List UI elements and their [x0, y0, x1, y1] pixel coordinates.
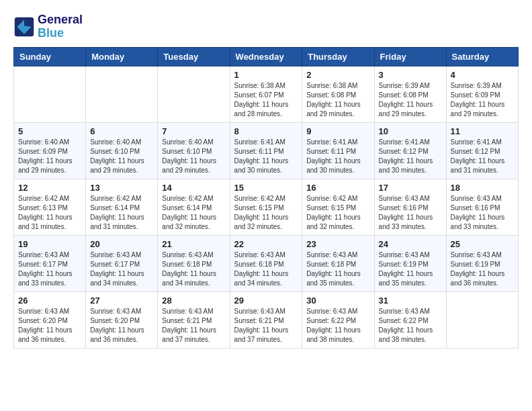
day-number: 25: [451, 239, 514, 249]
day-number: 20: [90, 239, 153, 249]
weekday-header-saturday: Saturday: [446, 47, 518, 66]
calendar-cell: 31Sunrise: 6:43 AMSunset: 6:22 PMDayligh…: [374, 291, 446, 348]
day-info: Sunrise: 6:43 AMSunset: 6:22 PMDaylight:…: [306, 307, 369, 345]
day-info: Sunrise: 6:43 AMSunset: 6:16 PMDaylight:…: [451, 194, 514, 232]
calendar-cell: 3Sunrise: 6:39 AMSunset: 6:08 PMDaylight…: [374, 66, 446, 122]
day-info: Sunrise: 6:39 AMSunset: 6:08 PMDaylight:…: [379, 81, 442, 119]
day-info: Sunrise: 6:43 AMSunset: 6:18 PMDaylight:…: [234, 250, 298, 288]
calendar-body: 1Sunrise: 6:38 AMSunset: 6:07 PMDaylight…: [14, 66, 519, 348]
day-info: Sunrise: 6:41 AMSunset: 6:12 PMDaylight:…: [379, 138, 442, 175]
calendar-cell: [14, 66, 86, 122]
logo-icon: [13, 16, 35, 38]
day-number: 11: [451, 126, 514, 136]
calendar-cell: 20Sunrise: 6:43 AMSunset: 6:17 PMDayligh…: [86, 235, 158, 291]
day-info: Sunrise: 6:43 AMSunset: 6:22 PMDaylight:…: [379, 307, 442, 345]
day-info: Sunrise: 6:43 AMSunset: 6:17 PMDaylight:…: [90, 250, 153, 288]
calendar-week-2: 5Sunrise: 6:40 AMSunset: 6:09 PMDaylight…: [14, 122, 519, 179]
calendar-cell: 29Sunrise: 6:43 AMSunset: 6:21 PMDayligh…: [230, 291, 302, 348]
calendar-cell: 13Sunrise: 6:42 AMSunset: 6:14 PMDayligh…: [86, 179, 158, 235]
day-info: Sunrise: 6:38 AMSunset: 6:07 PMDaylight:…: [234, 81, 298, 119]
day-info: Sunrise: 6:40 AMSunset: 6:10 PMDaylight:…: [162, 138, 225, 175]
day-number: 15: [234, 183, 298, 193]
day-number: 22: [234, 239, 298, 249]
day-number: 13: [90, 183, 153, 193]
day-info: Sunrise: 6:43 AMSunset: 6:18 PMDaylight:…: [162, 250, 225, 288]
calendar-cell: 6Sunrise: 6:40 AMSunset: 6:10 PMDaylight…: [86, 122, 158, 179]
calendar-cell: [446, 291, 518, 348]
calendar-cell: 30Sunrise: 6:43 AMSunset: 6:22 PMDayligh…: [302, 291, 374, 348]
logo-text: General Blue: [38, 13, 83, 40]
calendar-cell: 27Sunrise: 6:43 AMSunset: 6:20 PMDayligh…: [86, 291, 158, 348]
calendar-cell: 2Sunrise: 6:38 AMSunset: 6:08 PMDaylight…: [302, 66, 374, 122]
day-info: Sunrise: 6:42 AMSunset: 6:14 PMDaylight:…: [90, 194, 153, 232]
calendar-cell: 15Sunrise: 6:42 AMSunset: 6:15 PMDayligh…: [230, 179, 302, 235]
calendar-cell: 25Sunrise: 6:43 AMSunset: 6:19 PMDayligh…: [446, 235, 518, 291]
day-number: 7: [162, 126, 225, 136]
day-info: Sunrise: 6:39 AMSunset: 6:09 PMDaylight:…: [451, 81, 514, 119]
day-number: 2: [306, 70, 369, 80]
calendar-cell: [158, 66, 230, 122]
day-number: 12: [18, 183, 81, 193]
day-info: Sunrise: 6:40 AMSunset: 6:10 PMDaylight:…: [90, 138, 153, 175]
calendar-week-4: 19Sunrise: 6:43 AMSunset: 6:17 PMDayligh…: [14, 235, 519, 291]
calendar-table: SundayMondayTuesdayWednesdayThursdayFrid…: [13, 47, 519, 349]
weekday-header-sunday: Sunday: [14, 47, 86, 66]
calendar-cell: 8Sunrise: 6:41 AMSunset: 6:11 PMDaylight…: [230, 122, 302, 179]
calendar-cell: 10Sunrise: 6:41 AMSunset: 6:12 PMDayligh…: [374, 122, 446, 179]
day-number: 29: [234, 295, 298, 306]
calendar-cell: 24Sunrise: 6:43 AMSunset: 6:19 PMDayligh…: [374, 235, 446, 291]
day-info: Sunrise: 6:42 AMSunset: 6:15 PMDaylight:…: [234, 194, 298, 232]
day-number: 31: [379, 295, 442, 306]
day-info: Sunrise: 6:43 AMSunset: 6:20 PMDaylight:…: [90, 307, 153, 345]
calendar-week-3: 12Sunrise: 6:42 AMSunset: 6:13 PMDayligh…: [14, 179, 519, 235]
calendar-header: SundayMondayTuesdayWednesdayThursdayFrid…: [14, 47, 519, 66]
weekday-header-thursday: Thursday: [302, 47, 374, 66]
page-header: General Blue: [13, 13, 519, 40]
day-info: Sunrise: 6:41 AMSunset: 6:11 PMDaylight:…: [306, 138, 369, 175]
calendar-cell: 4Sunrise: 6:39 AMSunset: 6:09 PMDaylight…: [446, 66, 518, 122]
day-number: 18: [451, 183, 514, 193]
day-info: Sunrise: 6:40 AMSunset: 6:09 PMDaylight:…: [18, 138, 81, 175]
calendar-cell: 28Sunrise: 6:43 AMSunset: 6:21 PMDayligh…: [158, 291, 230, 348]
calendar-cell: 1Sunrise: 6:38 AMSunset: 6:07 PMDaylight…: [230, 66, 302, 122]
calendar-cell: 14Sunrise: 6:42 AMSunset: 6:14 PMDayligh…: [158, 179, 230, 235]
day-info: Sunrise: 6:41 AMSunset: 6:11 PMDaylight:…: [234, 138, 298, 175]
day-number: 30: [306, 295, 369, 306]
day-info: Sunrise: 6:43 AMSunset: 6:17 PMDaylight:…: [18, 250, 81, 288]
day-info: Sunrise: 6:43 AMSunset: 6:16 PMDaylight:…: [379, 194, 442, 232]
day-info: Sunrise: 6:42 AMSunset: 6:13 PMDaylight:…: [18, 194, 81, 232]
day-number: 17: [379, 183, 442, 193]
day-number: 1: [234, 70, 298, 80]
day-number: 14: [162, 183, 225, 193]
calendar-cell: 7Sunrise: 6:40 AMSunset: 6:10 PMDaylight…: [158, 122, 230, 179]
calendar-cell: 5Sunrise: 6:40 AMSunset: 6:09 PMDaylight…: [14, 122, 86, 179]
day-number: 19: [18, 239, 81, 249]
day-info: Sunrise: 6:42 AMSunset: 6:15 PMDaylight:…: [306, 194, 369, 232]
day-info: Sunrise: 6:43 AMSunset: 6:18 PMDaylight:…: [306, 250, 369, 288]
day-number: 27: [90, 295, 153, 306]
day-number: 16: [306, 183, 369, 193]
weekday-row: SundayMondayTuesdayWednesdayThursdayFrid…: [14, 47, 519, 66]
calendar-cell: 17Sunrise: 6:43 AMSunset: 6:16 PMDayligh…: [374, 179, 446, 235]
day-info: Sunrise: 6:43 AMSunset: 6:21 PMDaylight:…: [234, 307, 298, 345]
calendar-cell: 18Sunrise: 6:43 AMSunset: 6:16 PMDayligh…: [446, 179, 518, 235]
weekday-header-monday: Monday: [86, 47, 158, 66]
calendar-week-5: 26Sunrise: 6:43 AMSunset: 6:20 PMDayligh…: [14, 291, 519, 348]
day-number: 5: [18, 126, 81, 136]
day-number: 28: [162, 295, 225, 306]
day-number: 9: [306, 126, 369, 136]
calendar-cell: 19Sunrise: 6:43 AMSunset: 6:17 PMDayligh…: [14, 235, 86, 291]
day-number: 10: [379, 126, 442, 136]
calendar-cell: 11Sunrise: 6:41 AMSunset: 6:12 PMDayligh…: [446, 122, 518, 179]
weekday-header-wednesday: Wednesday: [230, 47, 302, 66]
day-info: Sunrise: 6:43 AMSunset: 6:19 PMDaylight:…: [451, 250, 514, 288]
calendar-week-1: 1Sunrise: 6:38 AMSunset: 6:07 PMDaylight…: [14, 66, 519, 122]
calendar-cell: 12Sunrise: 6:42 AMSunset: 6:13 PMDayligh…: [14, 179, 86, 235]
day-number: 8: [234, 126, 298, 136]
weekday-header-tuesday: Tuesday: [158, 47, 230, 66]
day-number: 24: [379, 239, 442, 249]
calendar-cell: 22Sunrise: 6:43 AMSunset: 6:18 PMDayligh…: [230, 235, 302, 291]
day-info: Sunrise: 6:41 AMSunset: 6:12 PMDaylight:…: [451, 138, 514, 175]
day-info: Sunrise: 6:43 AMSunset: 6:20 PMDaylight:…: [18, 307, 81, 345]
day-info: Sunrise: 6:43 AMSunset: 6:21 PMDaylight:…: [162, 307, 225, 345]
